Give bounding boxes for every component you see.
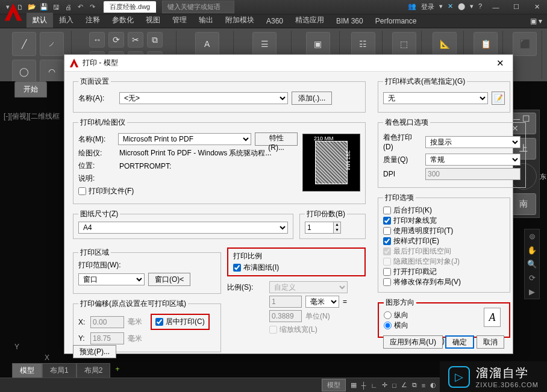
rotate-icon[interactable]: ⟳ <box>108 32 124 48</box>
opt-background-checkbox[interactable]: 后台打印(K) <box>383 206 432 214</box>
tab-annotate[interactable]: 注释 <box>80 13 106 28</box>
group-icon[interactable]: ⬚ <box>392 32 416 56</box>
tab-view[interactable]: 视图 <box>140 13 166 28</box>
plot-what-select[interactable]: 窗口 <box>78 273 145 285</box>
tab-featured[interactable]: 精选应用 <box>289 13 330 28</box>
status-model-button[interactable]: 模型 <box>322 379 346 391</box>
arc-tool-icon[interactable]: ◠ <box>40 60 64 84</box>
plot-icon[interactable]: 🖨 <box>63 2 73 13</box>
layout-tab-2[interactable]: 布局2 <box>77 363 111 378</box>
status-dyn-icon[interactable]: ⧉ <box>412 381 417 389</box>
layout-tab-1[interactable]: 布局1 <box>42 363 77 378</box>
status-ortho-icon[interactable]: ∟ <box>370 382 377 389</box>
quality-select[interactable]: 常规 <box>425 154 520 166</box>
status-transparency-icon[interactable]: ◐ <box>430 381 436 389</box>
dropdown2-icon[interactable]: ▾ <box>470 2 474 11</box>
fit-to-paper-checkbox[interactable]: 布满图纸(I) <box>233 263 279 272</box>
trim-icon[interactable]: ✂ <box>128 32 143 48</box>
layout-tab-model[interactable]: 模型 <box>12 363 42 378</box>
paper-size-select[interactable]: A4 <box>78 222 288 234</box>
orient-portrait-radio[interactable]: 纵向 <box>384 311 408 319</box>
nav-south-icon[interactable]: 南 <box>511 193 536 215</box>
preview-button[interactable]: 预览(P)... <box>73 345 116 358</box>
move-icon[interactable]: ↔ <box>89 32 105 48</box>
save-icon[interactable]: 💾 <box>39 2 49 13</box>
viewport-state-label[interactable]: [-][俯视][二维线框 <box>4 111 60 122</box>
copy-icon[interactable]: ⧉ <box>147 32 163 48</box>
tab-bim360[interactable]: BIM 360 <box>330 14 369 28</box>
tab-parametric[interactable]: 参数化 <box>106 13 140 28</box>
block-insert-icon[interactable]: ▣ <box>306 32 330 56</box>
search-input[interactable]: 键入关键字或短语 <box>162 1 234 13</box>
plot-to-file-checkbox[interactable]: 打印到文件(F) <box>78 186 134 196</box>
status-lineweight-icon[interactable]: ≡ <box>422 382 425 389</box>
status-track-icon[interactable]: ∠ <box>401 381 407 389</box>
ok-button[interactable]: 确定 <box>445 335 474 349</box>
apply-to-layout-button[interactable]: 应用到布局(U) <box>383 335 443 349</box>
tab-manage[interactable]: 管理 <box>166 13 193 28</box>
status-snap-icon[interactable]: ┼ <box>361 382 366 389</box>
tool-zoom-icon[interactable]: 🔍 <box>527 260 537 269</box>
opt-plot-styles-checkbox[interactable]: 按样式打印(E) <box>383 237 439 245</box>
document-tab[interactable]: 百度经验.dwg <box>104 1 156 13</box>
maximize-button[interactable]: ☐ <box>506 1 527 14</box>
opt-lineweights-checkbox[interactable]: 打印对象线宽 <box>383 216 437 225</box>
minimize-button[interactable]: — <box>486 1 506 14</box>
shade-plot-select[interactable]: 按显示 <box>425 136 520 148</box>
tool-showmotion-icon[interactable]: ▶ <box>527 287 537 296</box>
tab-default[interactable]: 默认 <box>27 13 53 28</box>
open-icon[interactable]: 📂 <box>27 2 37 13</box>
ribbon-collapse-icon[interactable]: ▣ ▾ <box>525 14 547 28</box>
tab-a360[interactable]: A360 <box>260 14 289 28</box>
clipboard-icon[interactable]: 📋 <box>474 32 498 56</box>
redo-icon[interactable]: ↷ <box>87 2 98 13</box>
spin-up-icon[interactable]: ▲ <box>334 222 340 228</box>
text-tool-icon[interactable]: A <box>195 32 219 56</box>
tool-orbit-icon[interactable]: ⟳ <box>527 273 537 282</box>
cancel-button[interactable]: 取消 <box>477 335 504 349</box>
scale-lineweight-checkbox[interactable]: 缩放线宽(L) <box>269 325 317 335</box>
status-polar-icon[interactable]: ✛ <box>382 381 387 389</box>
polyline-tool-icon[interactable]: ⟋ <box>40 32 64 56</box>
plot-style-select[interactable]: 无 <box>383 92 488 104</box>
people-icon[interactable]: 👥 <box>408 2 416 11</box>
tab-performance[interactable]: Performance <box>369 14 423 28</box>
spin-down-icon[interactable]: ▼ <box>334 228 340 233</box>
layout-tab-add[interactable]: + <box>110 363 124 378</box>
a360-icon[interactable]: ⬤ <box>458 2 465 11</box>
layers-icon[interactable]: ☰ <box>252 32 277 56</box>
printer-props-button[interactable]: 特性(R)... <box>255 132 298 146</box>
circle-tool-icon[interactable]: ◯ <box>12 60 36 84</box>
orient-landscape-radio[interactable]: 横向 <box>384 321 408 329</box>
close-window-button[interactable]: ✕ <box>527 1 547 14</box>
center-plot-checkbox[interactable]: 居中打印(C) <box>151 314 210 330</box>
undo-icon[interactable]: ↶ <box>75 2 86 13</box>
properties-icon[interactable]: ☷ <box>351 32 375 56</box>
dropdown-icon[interactable]: ▾ <box>439 2 443 11</box>
help-icon[interactable]: ? <box>478 2 482 11</box>
page-name-select[interactable]: <无> <box>119 92 288 104</box>
status-osnap-icon[interactable]: □ <box>392 382 396 389</box>
scale-units-select[interactable]: 毫米 <box>305 296 339 308</box>
exchange-icon[interactable]: ✕ <box>448 2 453 11</box>
printer-name-select[interactable]: Microsoft Print to PDF <box>118 133 252 145</box>
plot-window-button[interactable]: 窗口(O)< <box>148 273 190 286</box>
tab-insert[interactable]: 插入 <box>53 13 80 28</box>
opt-transparency-checkbox[interactable]: 使用透明度打印(T) <box>383 226 453 235</box>
line-tool-icon[interactable]: ╱ <box>12 32 36 56</box>
dialog-close-button[interactable]: ✕ <box>493 57 508 70</box>
copies-spinner[interactable]: ▲▼ <box>305 222 360 234</box>
tab-addins[interactable]: 附加模块 <box>219 13 260 28</box>
plot-style-edit-button[interactable]: 📝 <box>492 92 505 105</box>
tab-output[interactable]: 输出 <box>193 13 219 28</box>
utilities-icon[interactable]: 📐 <box>433 32 457 56</box>
tool-pan-icon[interactable]: ✋ <box>527 246 537 255</box>
baseview-icon[interactable]: ⬛ <box>513 32 537 56</box>
saveas-icon[interactable]: 🖫 <box>51 2 61 13</box>
opt-save-layout-checkbox[interactable]: 将修改保存到布局(V) <box>383 278 461 286</box>
page-add-button[interactable]: 添加(.)... <box>292 92 332 105</box>
tool-wheel-icon[interactable]: ⊚ <box>527 232 537 241</box>
view-tab-start[interactable]: 开始 <box>14 81 47 98</box>
login-label[interactable]: 登录 <box>421 2 434 11</box>
opt-plot-stamp-checkbox[interactable]: 打开打印戳记 <box>383 267 437 276</box>
